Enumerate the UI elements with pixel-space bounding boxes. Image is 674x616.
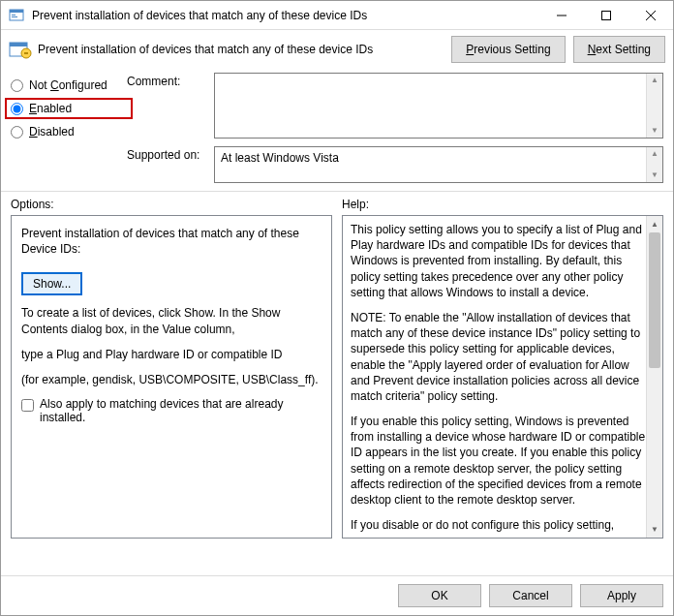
- maximize-button[interactable]: [584, 1, 628, 30]
- apply-button[interactable]: Apply: [580, 584, 663, 607]
- title-bar: Prevent installation of devices that mat…: [1, 1, 673, 30]
- svg-rect-9: [10, 43, 27, 46]
- options-p3: (for example, gendisk, USB\COMPOSITE, US…: [21, 372, 322, 387]
- radio-not-configured-input[interactable]: [11, 79, 23, 92]
- options-p2: type a Plug and Play hardware ID or comp…: [21, 347, 322, 362]
- state-radios: Not Configured Enabled Disabled: [11, 73, 127, 183]
- supported-scrollbar[interactable]: ▲▼: [646, 147, 662, 182]
- help-p2: NOTE: To enable the "Allow installation …: [351, 310, 651, 404]
- options-panel: Prevent installation of devices that mat…: [11, 215, 332, 539]
- supported-on-text: At least Windows Vista: [221, 151, 339, 165]
- radio-enabled[interactable]: Enabled: [5, 98, 133, 119]
- previous-setting-button[interactable]: Previous Setting: [451, 36, 565, 63]
- help-column: Help: This policy setting allows you to …: [342, 198, 663, 539]
- header-row: Prevent installation of devices that mat…: [1, 30, 673, 69]
- app-icon: [9, 8, 24, 23]
- lower-area: Options: Prevent installation of devices…: [1, 192, 673, 539]
- config-area: Not Configured Enabled Disabled Comment:…: [1, 69, 673, 183]
- radio-disabled[interactable]: Disabled: [11, 125, 127, 139]
- policy-title: Prevent installation of devices that mat…: [38, 43, 444, 56]
- help-label: Help:: [342, 198, 663, 211]
- policy-icon: [9, 40, 32, 59]
- help-text: This policy setting allows you to specif…: [351, 222, 655, 532]
- close-button[interactable]: [628, 1, 673, 30]
- options-heading: Prevent installation of devices that mat…: [21, 226, 322, 257]
- help-p1: This policy setting allows you to specif…: [351, 222, 651, 300]
- window-controls: [539, 1, 673, 30]
- supported-on-box: At least Windows Vista ▲▼: [214, 146, 663, 183]
- also-apply-checkbox[interactable]: [21, 399, 34, 412]
- scroll-down-icon[interactable]: ▼: [647, 521, 662, 538]
- radio-disabled-label: Disabled: [29, 125, 75, 139]
- also-apply-label: Also apply to matching devices that are …: [40, 397, 322, 424]
- svg-rect-11: [24, 52, 28, 54]
- cancel-button[interactable]: Cancel: [489, 584, 572, 607]
- also-apply-row[interactable]: Also apply to matching devices that are …: [21, 397, 322, 424]
- help-p4: If you disable or do not configure this …: [351, 517, 651, 532]
- footer: OK Cancel Apply: [1, 575, 673, 615]
- options-p1: To create a list of devices, click Show.…: [21, 305, 322, 336]
- svg-rect-2: [12, 15, 15, 15]
- radio-disabled-input[interactable]: [11, 126, 23, 139]
- help-panel: This policy setting allows you to specif…: [342, 215, 663, 539]
- help-scrollbar[interactable]: ▲ ▼: [646, 216, 662, 538]
- next-setting-button[interactable]: Next Setting: [573, 36, 665, 63]
- window-title: Prevent installation of devices that mat…: [32, 9, 539, 22]
- scroll-thumb[interactable]: [649, 232, 660, 368]
- svg-rect-1: [10, 10, 23, 13]
- comment-label: Comment:: [127, 73, 214, 88]
- ok-button[interactable]: OK: [398, 584, 481, 607]
- minimize-button[interactable]: [539, 1, 584, 30]
- show-button[interactable]: Show...: [21, 272, 82, 295]
- svg-rect-3: [12, 16, 17, 17]
- radio-not-configured[interactable]: Not Configured: [11, 78, 127, 92]
- radio-not-configured-label: Not Configured: [29, 78, 107, 92]
- scroll-up-icon[interactable]: ▲: [647, 216, 662, 232]
- supported-label: Supported on:: [127, 146, 214, 162]
- scroll-track[interactable]: [647, 368, 662, 521]
- svg-rect-5: [602, 11, 611, 19]
- options-column: Options: Prevent installation of devices…: [11, 198, 332, 539]
- help-p3: If you enable this policy setting, Windo…: [351, 414, 651, 508]
- comment-textarea[interactable]: ▲▼: [214, 73, 663, 139]
- comment-scrollbar[interactable]: ▲▼: [646, 74, 662, 138]
- radio-enabled-label: Enabled: [29, 102, 72, 115]
- fields-grid: Comment: ▲▼ Supported on: At least Windo…: [127, 73, 663, 183]
- options-label: Options:: [11, 198, 332, 211]
- radio-enabled-input[interactable]: [11, 103, 23, 115]
